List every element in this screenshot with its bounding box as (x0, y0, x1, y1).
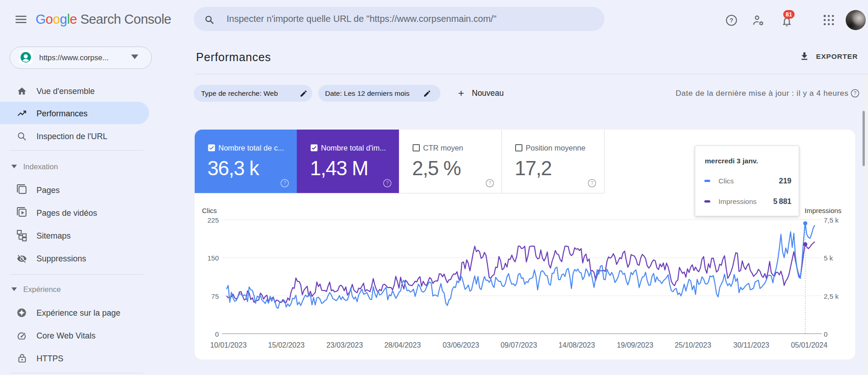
svg-text:?: ? (489, 181, 491, 186)
svg-text:?: ? (729, 17, 733, 24)
svg-text:?: ? (386, 181, 389, 186)
svg-text:?: ? (591, 181, 594, 186)
svg-text:?: ? (854, 91, 857, 96)
svg-text:?: ? (284, 181, 286, 186)
